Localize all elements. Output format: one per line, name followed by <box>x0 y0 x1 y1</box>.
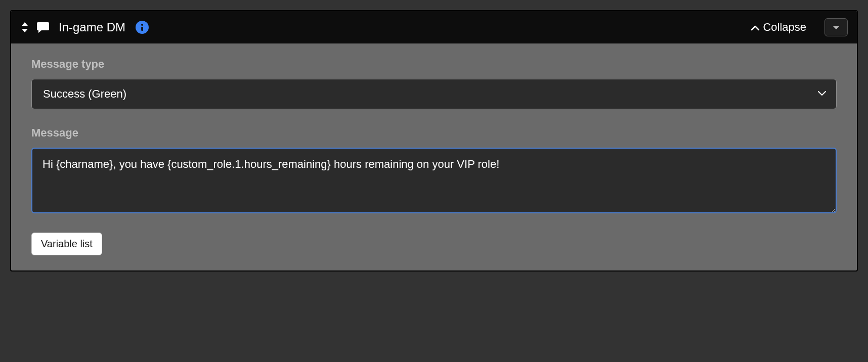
panel-body: Message type Success (Green) Message Var… <box>11 43 857 270</box>
drag-handle-icon[interactable] <box>20 22 29 32</box>
info-icon[interactable] <box>136 21 149 34</box>
svg-rect-1 <box>141 27 143 31</box>
panel-header: In-game DM Collapse <box>11 11 857 43</box>
svg-point-0 <box>141 24 143 26</box>
chat-bubble-icon <box>36 21 50 33</box>
message-textarea[interactable] <box>31 148 837 213</box>
variable-list-button[interactable]: Variable list <box>31 233 102 255</box>
config-panel: In-game DM Collapse Message t <box>10 10 858 272</box>
message-type-label: Message type <box>31 58 837 71</box>
message-label: Message <box>31 126 837 140</box>
panel-menu-button[interactable] <box>824 18 848 36</box>
collapse-label: Collapse <box>763 21 806 34</box>
panel-title: In-game DM <box>59 20 125 34</box>
caret-down-icon <box>833 23 840 32</box>
chevron-up-icon <box>751 21 760 34</box>
message-type-select[interactable]: Success (Green) <box>31 79 837 109</box>
message-type-value: Success (Green) <box>43 87 126 101</box>
collapse-button[interactable]: Collapse <box>751 21 806 34</box>
